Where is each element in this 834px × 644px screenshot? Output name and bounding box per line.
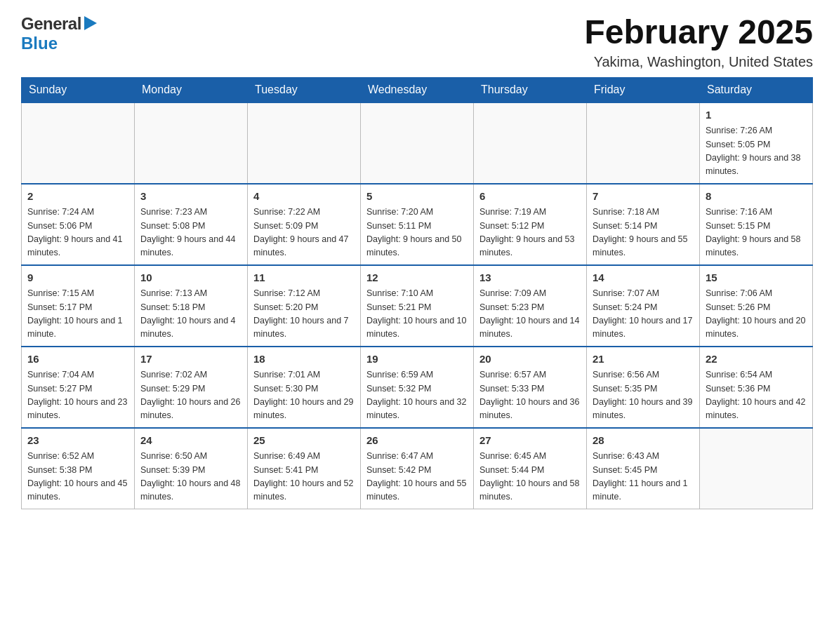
col-wednesday: Wednesday: [361, 77, 474, 102]
table-row: [700, 428, 813, 509]
table-row: 14Sunrise: 7:07 AM Sunset: 5:24 PM Dayli…: [587, 265, 700, 347]
table-row: 27Sunrise: 6:45 AM Sunset: 5:44 PM Dayli…: [474, 428, 587, 509]
table-row: [587, 102, 700, 184]
table-row: 25Sunrise: 6:49 AM Sunset: 5:41 PM Dayli…: [248, 428, 361, 509]
day-info: Sunrise: 7:02 AM Sunset: 5:29 PM Dayligh…: [140, 368, 241, 423]
day-number: 11: [253, 270, 355, 286]
day-number: 8: [706, 189, 807, 205]
table-row: 20Sunrise: 6:57 AM Sunset: 5:33 PM Dayli…: [474, 347, 587, 428]
table-row: 8Sunrise: 7:16 AM Sunset: 5:15 PM Daylig…: [700, 184, 813, 265]
day-info: Sunrise: 6:49 AM Sunset: 5:41 PM Dayligh…: [253, 450, 355, 504]
table-row: 5Sunrise: 7:20 AM Sunset: 5:11 PM Daylig…: [361, 184, 474, 265]
day-number: 7: [593, 189, 694, 205]
table-row: 11Sunrise: 7:12 AM Sunset: 5:20 PM Dayli…: [248, 265, 361, 347]
title-block: February 2025 Yakima, Washington, United…: [584, 14, 813, 70]
table-row: [22, 102, 135, 184]
table-row: 1Sunrise: 7:26 AM Sunset: 5:05 PM Daylig…: [700, 102, 813, 184]
table-row: 9Sunrise: 7:15 AM Sunset: 5:17 PM Daylig…: [22, 265, 135, 347]
day-number: 1: [706, 107, 807, 123]
table-row: 15Sunrise: 7:06 AM Sunset: 5:26 PM Dayli…: [700, 265, 813, 347]
day-info: Sunrise: 7:18 AM Sunset: 5:14 PM Dayligh…: [593, 206, 694, 260]
day-number: 28: [593, 433, 694, 449]
day-number: 14: [593, 270, 694, 286]
day-info: Sunrise: 7:07 AM Sunset: 5:24 PM Dayligh…: [593, 287, 694, 342]
day-info: Sunrise: 7:23 AM Sunset: 5:08 PM Dayligh…: [140, 206, 241, 260]
logo-general-text: General: [21, 14, 81, 34]
day-number: 21: [593, 351, 694, 368]
day-info: Sunrise: 7:09 AM Sunset: 5:23 PM Dayligh…: [479, 287, 581, 342]
table-row: [248, 102, 361, 184]
table-row: 7Sunrise: 7:18 AM Sunset: 5:14 PM Daylig…: [587, 184, 700, 265]
day-number: 16: [27, 351, 128, 368]
day-info: Sunrise: 7:16 AM Sunset: 5:15 PM Dayligh…: [706, 206, 807, 260]
page-subtitle: Yakima, Washington, United States: [584, 54, 813, 70]
day-number: 10: [140, 270, 241, 286]
page-header: General Blue February 2025 Yakima, Washi…: [21, 14, 813, 70]
table-row: 6Sunrise: 7:19 AM Sunset: 5:12 PM Daylig…: [474, 184, 587, 265]
table-row: 17Sunrise: 7:02 AM Sunset: 5:29 PM Dayli…: [135, 347, 248, 428]
day-number: 22: [706, 351, 807, 368]
day-info: Sunrise: 7:13 AM Sunset: 5:18 PM Dayligh…: [140, 287, 241, 342]
day-number: 25: [253, 433, 355, 449]
calendar-week-4: 16Sunrise: 7:04 AM Sunset: 5:27 PM Dayli…: [22, 347, 813, 428]
day-number: 6: [479, 189, 581, 205]
day-info: Sunrise: 7:19 AM Sunset: 5:12 PM Dayligh…: [479, 206, 581, 260]
table-row: 19Sunrise: 6:59 AM Sunset: 5:32 PM Dayli…: [361, 347, 474, 428]
day-number: 18: [253, 351, 355, 368]
table-row: [135, 102, 248, 184]
day-number: 19: [366, 351, 468, 368]
col-saturday: Saturday: [700, 77, 813, 102]
table-row: 18Sunrise: 7:01 AM Sunset: 5:30 PM Dayli…: [248, 347, 361, 428]
day-number: 13: [479, 270, 581, 286]
day-number: 20: [479, 351, 581, 368]
col-sunday: Sunday: [22, 77, 135, 102]
day-info: Sunrise: 6:54 AM Sunset: 5:36 PM Dayligh…: [706, 368, 807, 423]
day-number: 3: [140, 189, 241, 205]
table-row: 21Sunrise: 6:56 AM Sunset: 5:35 PM Dayli…: [587, 347, 700, 428]
table-row: 2Sunrise: 7:24 AM Sunset: 5:06 PM Daylig…: [22, 184, 135, 265]
table-row: 12Sunrise: 7:10 AM Sunset: 5:21 PM Dayli…: [361, 265, 474, 347]
table-row: 3Sunrise: 7:23 AM Sunset: 5:08 PM Daylig…: [135, 184, 248, 265]
table-row: 22Sunrise: 6:54 AM Sunset: 5:36 PM Dayli…: [700, 347, 813, 428]
day-number: 9: [27, 270, 128, 286]
col-thursday: Thursday: [474, 77, 587, 102]
calendar-week-3: 9Sunrise: 7:15 AM Sunset: 5:17 PM Daylig…: [22, 265, 813, 347]
day-info: Sunrise: 6:45 AM Sunset: 5:44 PM Dayligh…: [479, 450, 581, 504]
svg-marker-0: [84, 16, 97, 30]
day-number: 26: [366, 433, 468, 449]
day-info: Sunrise: 6:47 AM Sunset: 5:42 PM Dayligh…: [366, 450, 468, 504]
day-info: Sunrise: 6:50 AM Sunset: 5:39 PM Dayligh…: [140, 450, 241, 504]
day-info: Sunrise: 7:12 AM Sunset: 5:20 PM Dayligh…: [253, 287, 355, 342]
day-info: Sunrise: 7:06 AM Sunset: 5:26 PM Dayligh…: [706, 287, 807, 342]
table-row: 26Sunrise: 6:47 AM Sunset: 5:42 PM Dayli…: [361, 428, 474, 509]
logo-triangle-icon: [84, 16, 97, 33]
table-row: 4Sunrise: 7:22 AM Sunset: 5:09 PM Daylig…: [248, 184, 361, 265]
day-info: Sunrise: 6:59 AM Sunset: 5:32 PM Dayligh…: [366, 368, 468, 423]
day-info: Sunrise: 7:10 AM Sunset: 5:21 PM Dayligh…: [366, 287, 468, 342]
calendar-week-1: 1Sunrise: 7:26 AM Sunset: 5:05 PM Daylig…: [22, 102, 813, 184]
day-info: Sunrise: 7:22 AM Sunset: 5:09 PM Dayligh…: [253, 206, 355, 260]
day-info: Sunrise: 7:26 AM Sunset: 5:05 PM Dayligh…: [706, 124, 807, 179]
calendar-week-5: 23Sunrise: 6:52 AM Sunset: 5:38 PM Dayli…: [22, 428, 813, 509]
table-row: [361, 102, 474, 184]
calendar-week-2: 2Sunrise: 7:24 AM Sunset: 5:06 PM Daylig…: [22, 184, 813, 265]
day-number: 2: [27, 189, 128, 205]
table-row: 24Sunrise: 6:50 AM Sunset: 5:39 PM Dayli…: [135, 428, 248, 509]
table-row: 13Sunrise: 7:09 AM Sunset: 5:23 PM Dayli…: [474, 265, 587, 347]
col-friday: Friday: [587, 77, 700, 102]
day-info: Sunrise: 7:01 AM Sunset: 5:30 PM Dayligh…: [253, 368, 355, 423]
table-row: 23Sunrise: 6:52 AM Sunset: 5:38 PM Dayli…: [22, 428, 135, 509]
day-info: Sunrise: 7:04 AM Sunset: 5:27 PM Dayligh…: [27, 368, 128, 423]
logo-blue-text: Blue: [21, 34, 58, 53]
day-info: Sunrise: 7:24 AM Sunset: 5:06 PM Dayligh…: [27, 206, 128, 260]
calendar-table: Sunday Monday Tuesday Wednesday Thursday…: [21, 77, 813, 509]
col-tuesday: Tuesday: [248, 77, 361, 102]
table-row: 16Sunrise: 7:04 AM Sunset: 5:27 PM Dayli…: [22, 347, 135, 428]
calendar-header-row: Sunday Monday Tuesday Wednesday Thursday…: [22, 77, 813, 102]
day-number: 27: [479, 433, 581, 449]
day-info: Sunrise: 7:15 AM Sunset: 5:17 PM Dayligh…: [27, 287, 128, 342]
day-info: Sunrise: 6:56 AM Sunset: 5:35 PM Dayligh…: [593, 368, 694, 423]
day-number: 15: [706, 270, 807, 286]
col-monday: Monday: [135, 77, 248, 102]
day-number: 24: [140, 433, 241, 449]
